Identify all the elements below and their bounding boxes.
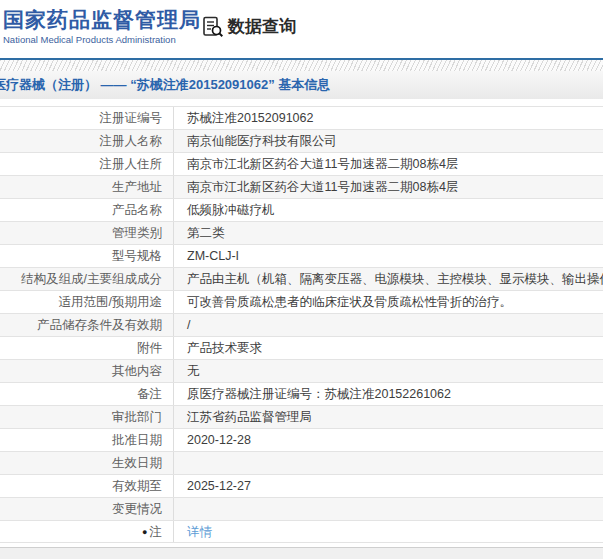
org-name-en: National Medical Products Administration <box>3 34 201 46</box>
row-label: 注册人名称 <box>0 130 174 152</box>
row-value-text: 无 <box>187 364 200 378</box>
row-value: 无 <box>174 360 603 382</box>
row-label: 注册证编号 <box>0 107 174 129</box>
dot-icon: ● <box>142 527 147 537</box>
row-value: 南京市江北新区药谷大道11号加速器二期08栋4层 <box>174 153 603 175</box>
row-value: 详情 <box>174 521 603 542</box>
site-header: 国家药品监督管理局 National Medical Products Admi… <box>0 0 603 58</box>
table-row: 注册证编号苏械注准20152091062 <box>0 106 603 129</box>
page-title: 医疗器械（注册） —— “苏械注准20152091062” 基本信息 <box>0 71 603 99</box>
row-value-text: 南京市江北新区药谷大道11号加速器二期08栋4层 <box>187 180 458 194</box>
table-row: 批准日期2020-12-28 <box>0 428 603 451</box>
row-value-text: 产品由主机（机箱、隔离变压器、电源模块、主控模块、显示模块、输出操作接口）和磁耦… <box>187 272 603 286</box>
row-value: 2025-12-27 <box>174 475 603 497</box>
row-label: 适用范围/预期用途 <box>0 291 174 313</box>
row-value-text: 产品技术要求 <box>187 341 262 355</box>
row-label-text: 型号规格 <box>112 249 162 263</box>
row-label: 批准日期 <box>0 429 174 451</box>
row-label: 型号规格 <box>0 245 174 267</box>
table-row: 注册人名称南京仙能医疗科技有限公司 <box>0 129 603 152</box>
row-label: 注册人住所 <box>0 153 174 175</box>
row-value <box>174 452 603 474</box>
row-value: 2020-12-28 <box>174 429 603 451</box>
data-query-label: 数据查询 <box>228 15 296 38</box>
row-value-text: 2025-12-27 <box>187 479 251 493</box>
row-label-text: 产品储存条件及有效期 <box>37 318 162 332</box>
table-row: 生产地址南京市江北新区药谷大道11号加速器二期08栋4层 <box>0 175 603 198</box>
row-label: 结构及组成/主要组成成分 <box>0 268 174 290</box>
row-label-text: 结构及组成/主要组成成分 <box>21 272 162 286</box>
row-value: 低频脉冲磁疗机 <box>174 199 603 221</box>
row-label: 产品名称 <box>0 199 174 221</box>
row-value: 产品由主机（机箱、隔离变压器、电源模块、主控模块、显示模块、输出操作接口）和磁耦… <box>174 268 603 290</box>
row-label-text: 其他内容 <box>112 364 162 378</box>
row-label-text: 生效日期 <box>112 456 162 470</box>
row-label-text: 注册人名称 <box>100 134 163 148</box>
table-row: 审批部门江苏省药品监督管理局 <box>0 405 603 428</box>
row-label: ●注 <box>0 521 174 542</box>
table-row: 注册人住所南京市江北新区药谷大道11号加速器二期08栋4层 <box>0 152 603 175</box>
row-value: 原医疗器械注册证编号：苏械注准20152261062 <box>174 383 603 405</box>
row-value-text: 2020-12-28 <box>187 433 251 447</box>
row-label: 生效日期 <box>0 452 174 474</box>
table-row: 其他内容无 <box>0 359 603 382</box>
table-row: 备注原医疗器械注册证编号：苏械注准20152261062 <box>0 382 603 405</box>
row-value-text: 苏械注准20152091062 <box>187 111 313 125</box>
document-search-icon <box>202 16 224 38</box>
table-row: 适用范围/预期用途可改善骨质疏松患者的临床症状及骨质疏松性骨折的治疗。 <box>0 290 603 313</box>
page-footer <box>0 547 603 559</box>
row-value-text: 可改善骨质疏松患者的临床症状及骨质疏松性骨折的治疗。 <box>187 295 512 309</box>
row-value: 江苏省药品监督管理局 <box>174 406 603 428</box>
data-query-nav[interactable]: 数据查询 <box>202 15 296 38</box>
table-row: 变更情况 <box>0 497 603 520</box>
nmpa-logo: 国家药品监督管理局 National Medical Products Admi… <box>3 8 201 46</box>
row-value: ZM-CLJ-I <box>174 245 603 267</box>
spacer <box>0 99 603 106</box>
row-label-text: 附件 <box>137 341 162 355</box>
row-label: 备注 <box>0 383 174 405</box>
row-value: 南京市江北新区药谷大道11号加速器二期08栋4层 <box>174 176 603 198</box>
row-label-text: 批准日期 <box>112 433 162 447</box>
row-label-text: 产品名称 <box>112 203 162 217</box>
table-row: 产品名称低频脉冲磁疗机 <box>0 198 603 221</box>
row-value: 苏械注准20152091062 <box>174 107 603 129</box>
row-label: 产品储存条件及有效期 <box>0 314 174 336</box>
row-label: 审批部门 <box>0 406 174 428</box>
row-value-text: 南京市江北新区药谷大道11号加速器二期08栋4层 <box>187 157 458 171</box>
row-label-text: 管理类别 <box>112 226 162 240</box>
table-row: 生效日期 <box>0 451 603 474</box>
row-label: 附件 <box>0 337 174 359</box>
row-value: 第二类 <box>174 222 603 244</box>
row-label: 其他内容 <box>0 360 174 382</box>
table-row: 管理类别第二类 <box>0 221 603 244</box>
row-value-text: 江苏省药品监督管理局 <box>187 410 312 424</box>
table-row: 型号规格ZM-CLJ-I <box>0 244 603 267</box>
row-label-text: 审批部门 <box>112 410 162 424</box>
row-value-text: ZM-CLJ-I <box>187 249 239 263</box>
details-link[interactable]: 详情 <box>187 525 212 539</box>
table-row: 结构及组成/主要组成成分产品由主机（机箱、隔离变压器、电源模块、主控模块、显示模… <box>0 267 603 290</box>
row-label-text: 注册人住所 <box>100 157 163 171</box>
table-row: ●注详情 <box>0 520 603 543</box>
row-value-text: 原医疗器械注册证编号：苏械注准20152261062 <box>187 387 451 401</box>
row-label-text: 生产地址 <box>112 180 162 194</box>
row-label: 生产地址 <box>0 176 174 198</box>
row-label-text: 备注 <box>137 387 162 401</box>
row-value-text: 低频脉冲磁疗机 <box>187 203 275 217</box>
row-value: 产品技术要求 <box>174 337 603 359</box>
row-label-text: 适用范围/预期用途 <box>59 295 162 309</box>
row-label-text: 有效期至 <box>112 479 162 493</box>
row-label-text: 注 <box>150 525 163 539</box>
row-value-text: 第二类 <box>187 226 225 240</box>
page-title-bar: 医疗器械（注册） —— “苏械注准20152091062” 基本信息 <box>0 71 603 99</box>
table-row: 产品储存条件及有效期/ <box>0 313 603 336</box>
row-value: 南京仙能医疗科技有限公司 <box>174 130 603 152</box>
row-value: / <box>174 314 603 336</box>
registration-info-table: 注册证编号苏械注准20152091062注册人名称南京仙能医疗科技有限公司注册人… <box>0 106 603 543</box>
table-row: 有效期至2025-12-27 <box>0 474 603 497</box>
row-value: 可改善骨质疏松患者的临床症状及骨质疏松性骨折的治疗。 <box>174 291 603 313</box>
row-label: 管理类别 <box>0 222 174 244</box>
row-label: 变更情况 <box>0 498 174 520</box>
row-label: 有效期至 <box>0 475 174 497</box>
row-value-text: / <box>187 318 190 332</box>
